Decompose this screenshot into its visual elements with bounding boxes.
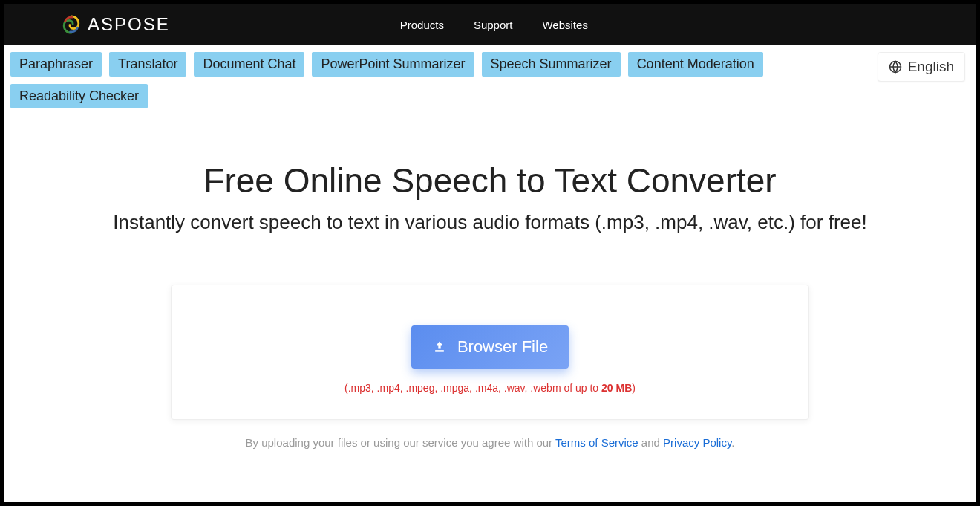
brand-logo[interactable]: ASPOSE [61,14,170,35]
nav-links: Products Support Websites [400,19,588,31]
nav-products[interactable]: Products [400,19,444,31]
globe-icon [889,60,902,74]
aspose-logo-icon [61,14,82,35]
tools-row: Paraphraser Translator Document Chat Pow… [10,52,790,108]
hero-section: Free Online Speech to Text Converter Ins… [10,160,970,234]
formats-limit: 20 MB [601,382,632,394]
nav-websites[interactable]: Websites [542,19,587,31]
formats-prefix: (.mp3, .mp4, .mpeg, .mpga, .m4a, .wav, .… [344,382,601,394]
upload-card: Browser File (.mp3, .mp4, .mpeg, .mpga, … [171,285,809,420]
page-title: Free Online Speech to Text Converter [10,160,970,201]
page-subtitle: Instantly convert speech to text in vari… [10,211,970,234]
language-label: English [908,59,954,75]
terms-prefix: By uploading your files or using our ser… [246,436,555,449]
nav-support[interactable]: Support [474,19,513,31]
browse-file-button[interactable]: Browser File [411,325,569,369]
tool-readability-checker[interactable]: Readability Checker [10,84,148,108]
brand-name: ASPOSE [88,14,170,35]
terms-dot: . [731,436,734,449]
tool-translator[interactable]: Translator [109,52,186,77]
terms-and: and [638,436,663,449]
top-nav: ASPOSE Products Support Websites [4,4,976,45]
tool-speech-summarizer[interactable]: Speech Summarizer [482,52,621,77]
terms-note: By uploading your files or using our ser… [10,436,970,449]
upload-icon [432,340,447,354]
tool-powerpoint-summarizer[interactable]: PowerPoint Summarizer [312,52,474,77]
formats-suffix: ) [632,382,636,394]
svg-rect-2 [435,350,444,352]
formats-note: (.mp3, .mp4, .mpeg, .mpga, .m4a, .wav, .… [186,382,794,394]
browse-file-label: Browser File [457,337,548,357]
tool-paraphraser[interactable]: Paraphraser [10,52,102,77]
terms-of-service-link[interactable]: Terms of Service [555,436,638,449]
privacy-policy-link[interactable]: Privacy Policy [663,436,731,449]
language-selector[interactable]: English [878,52,965,82]
tool-content-moderation[interactable]: Content Moderation [628,52,763,77]
tool-document-chat[interactable]: Document Chat [194,52,304,77]
